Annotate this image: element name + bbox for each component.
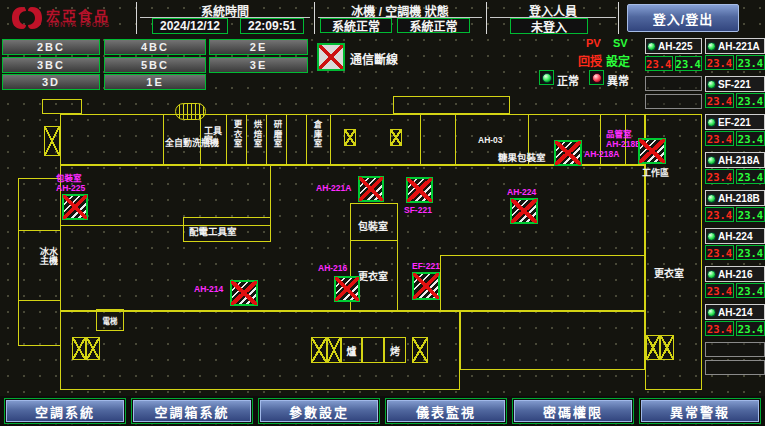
room-label: 烘焙室 [251,120,263,149]
hmi-screen: 宏亞食品 HUNYA FOODS 系統時間 2024/12/12 22:09:5… [0,0,765,426]
floor-button-3e[interactable]: 3E [209,57,308,73]
sv-value: 23.4 [736,55,765,70]
floor-button-1e[interactable]: 1E [104,74,206,90]
panel-unit-sf-221[interactable]: SF-221 [705,76,765,92]
unit-id: AH-225 [56,183,85,193]
panel-empty-row [645,94,702,109]
room-label: 烤 [390,343,400,358]
floor-button-3bc[interactable]: 3BC [2,57,100,73]
wall [286,114,287,165]
nav-cell: 空調箱系統 [131,398,253,424]
map-unit-ah-225-comm-fail-icon[interactable] [62,194,88,220]
unit-name: AH-214 [718,307,752,318]
map-unit-sf-221-comm-fail-icon[interactable] [406,177,433,203]
pv-value: 23.4 [645,56,673,71]
panel-unit-ah-221a[interactable]: AH-221A [705,38,765,54]
panel-values-ah-225: 23.4 23.4 [645,56,702,71]
room-label: 爐 [347,343,357,358]
panel-unit-ah-216[interactable]: AH-216 [705,266,765,282]
wall [420,114,421,165]
system-date-value: 2024/12/12 [152,18,228,34]
nav-ahu-system-button[interactable]: 空調箱系統 [133,400,251,422]
floor-button-5bc[interactable]: 5BC [104,57,206,73]
floor-button-2bc[interactable]: 2BC [2,39,100,55]
map-unit-ah-224-comm-fail-icon[interactable] [510,198,538,224]
map-unit-ef-221-comm-fail-icon[interactable] [412,272,440,300]
wall [455,114,456,165]
wall [440,255,645,256]
wall [440,255,441,311]
room-label: 配電工具室 [189,224,237,238]
wall [163,114,164,165]
panel-empty-row [645,76,702,91]
stair-icon [44,126,60,156]
feedback-label: 回授 [578,52,602,69]
wall [246,114,247,165]
room-label: AH-03 [478,135,503,145]
floor-button-4bc[interactable]: 4BC [104,39,206,55]
wall [393,96,510,114]
panel-unit-ah-224[interactable]: AH-224 [705,228,765,244]
map-unit-ah-214-comm-fail-icon[interactable] [230,280,258,306]
sv-value: 23.4 [736,207,765,222]
room-label: 倉庫室 [311,120,323,149]
panel-unit-ah-214[interactable]: AH-214 [705,304,765,320]
floor-button-2e[interactable]: 2E [209,39,308,55]
floor-button-3d[interactable]: 3D [2,74,100,90]
nav-password-permission-button[interactable]: 密碼權限 [514,400,632,422]
map-unit-ah-216-comm-fail-icon[interactable] [334,276,360,302]
nav-cell: 空調系統 [4,398,126,424]
unit-tag: AH-221A [316,184,351,194]
comm-fail-legend-label: 通信斷線 [350,50,398,67]
wall [226,114,227,165]
unit-status-led-icon [647,42,656,51]
login-logout-button[interactable]: 登入/登出 [627,4,739,32]
map-unit-ah-218a-comm-fail-icon[interactable] [554,140,582,166]
unit-status-led-icon [707,308,716,317]
unit-status-led-icon [707,42,716,51]
spiral-stair-icon [175,103,206,120]
map-unit-ah-218b-comm-fail-icon[interactable] [638,138,666,164]
room-label: 研磨室 [271,120,283,149]
header-divider [486,2,487,34]
unit-status-led-icon [707,194,716,203]
panel-values: 23.4 23.4 [705,131,765,146]
pv-value: 23.4 [705,283,734,298]
stair-icon [86,337,100,360]
panel-values: 23.4 23.4 [705,283,765,298]
unit-status-led-icon [707,80,716,89]
header-divider [136,2,137,34]
unit-tag: AH-218A [584,150,619,160]
room-label: 工具室 [204,127,224,145]
panel-values: 23.4 23.4 [705,169,765,184]
bottom-nav-bar: 空調系統 空調箱系統 參數設定 儀表監視 密碼權限 異常警報 [0,396,765,426]
unit-tag: 包裝室 AH-225 [56,174,85,193]
panel-unit-ef-221[interactable]: EF-221 [705,114,765,130]
panel-values: 23.4 23.4 [705,207,765,222]
abnormal-led-icon [592,73,602,83]
unit-name: AH-218A [718,155,760,166]
pv-value: 23.4 [705,169,734,184]
nav-alarm-button[interactable]: 異常警報 [641,400,759,422]
panel-values: 23.4 23.4 [705,55,765,70]
unit-tag: AH-216 [318,264,347,274]
unit-tag: EF-221 [412,262,440,272]
room-label: 更衣室 [231,120,243,149]
panel-unit-ah-218a[interactable]: AH-218A [705,152,765,168]
normal-led-box [539,70,554,85]
nav-parameter-settings-button[interactable]: 參數設定 [260,400,378,422]
wall [18,300,61,301]
map-unit-ah-221a-comm-fail-icon[interactable] [358,176,384,202]
panel-unit-ah-225[interactable]: AH-225 [645,38,702,54]
panel-unit-ah-218b[interactable]: AH-218B [705,190,765,206]
abnormal-label: 異常 [607,72,629,88]
sv-label: SV [613,37,628,49]
room-label: 包裝室 [358,218,388,233]
wall [330,114,331,165]
unit-id: AH-218B [606,139,641,149]
nav-hvac-system-button[interactable]: 空調系統 [6,400,124,422]
unit-tag: SF-221 [404,206,432,216]
unit-name: AH-218B [718,193,760,204]
nav-meter-monitor-button[interactable]: 儀表監視 [387,400,505,422]
setpoint-label: 設定 [606,52,630,69]
